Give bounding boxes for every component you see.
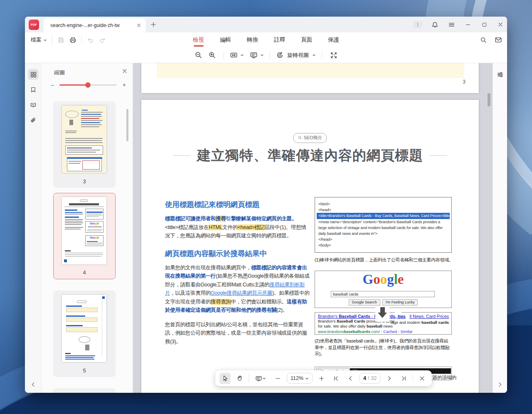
sidebar-expand-button[interactable] bbox=[495, 379, 505, 390]
chevron-left-icon bbox=[30, 382, 36, 387]
panel-thumbnails-button[interactable] bbox=[28, 69, 39, 80]
title-line-left bbox=[173, 155, 190, 156]
mail-icon[interactable] bbox=[495, 36, 502, 44]
thumbnail-page-4-label: 4 bbox=[54, 269, 115, 276]
first-page-button[interactable] bbox=[330, 373, 342, 384]
html-code-figure: <html> <head> <title>Brandon's Baseball … bbox=[315, 197, 452, 253]
menu-tab-protect[interactable]: 保護 bbox=[327, 34, 340, 45]
tab-close-icon[interactable] bbox=[136, 22, 142, 28]
left-icon-rail bbox=[25, 63, 42, 393]
document-viewer[interactable]: 3 SEO簡介 建立獨特、準確傳達內容的網頁標題 使用標題標記來標明網頁標題 標… bbox=[133, 63, 493, 393]
zoom-out-button[interactable] bbox=[193, 49, 204, 61]
rotate-view-button[interactable]: 旋轉視圖 bbox=[276, 51, 316, 59]
result-description-tail: age and modern baseball cards bbox=[392, 320, 449, 325]
previous-page-button[interactable] bbox=[345, 373, 356, 384]
close-toolbar-button[interactable] bbox=[416, 373, 428, 384]
select-tool-button[interactable] bbox=[219, 373, 231, 384]
cursor-icon bbox=[222, 375, 229, 382]
print-icon[interactable] bbox=[69, 37, 76, 44]
close-window-button[interactable] bbox=[497, 21, 504, 28]
file-menu-label: 檔案 bbox=[31, 36, 42, 44]
file-menu-button[interactable]: 檔案 bbox=[31, 36, 47, 44]
first-page-icon bbox=[333, 375, 339, 382]
hand-tool-button[interactable] bbox=[234, 373, 245, 384]
zoom-decrease-button[interactable] bbox=[272, 373, 283, 384]
thumbnail-page-3-preview bbox=[62, 106, 106, 173]
thumbnail-panel: 縮圖 − + bbox=[42, 63, 133, 393]
figure-notch bbox=[395, 312, 401, 315]
slider-thumb[interactable] bbox=[85, 82, 91, 88]
menu-tab-page[interactable]: 頁面 bbox=[300, 34, 313, 45]
panel-bookmarks-button[interactable] bbox=[28, 84, 39, 95]
google-search-button: Google Search bbox=[349, 299, 380, 306]
viewer-scrollbar-thumb[interactable] bbox=[488, 93, 490, 106]
thumbnail-page-6-partial[interactable] bbox=[53, 388, 116, 393]
page-display-button[interactable] bbox=[250, 51, 264, 59]
result-url-line: www.brandonsbaseballcards.com/ - Cached … bbox=[318, 329, 448, 334]
search-icon[interactable] bbox=[480, 37, 487, 44]
fullscreen-button[interactable] bbox=[328, 49, 339, 61]
zoom-increase-button[interactable] bbox=[316, 373, 327, 384]
thumbnail-page-4-preview: Google Google bbox=[62, 197, 106, 264]
thumbnail-page-3[interactable]: 3 bbox=[53, 101, 116, 188]
minimize-button[interactable] bbox=[465, 21, 471, 28]
code-line: <head> bbox=[318, 207, 448, 213]
app-logo: PDF bbox=[29, 20, 39, 30]
hamburger-menu-icon[interactable] bbox=[448, 21, 455, 28]
slider-fill bbox=[59, 84, 88, 86]
code-line: <meta name="description" content="Brando… bbox=[318, 219, 448, 225]
slider-track[interactable] bbox=[59, 84, 117, 86]
menu-tab-comment[interactable]: 註釋 bbox=[273, 34, 286, 45]
slider-minus-button[interactable]: − bbox=[51, 82, 54, 89]
zoom-in-button[interactable] bbox=[207, 49, 218, 61]
bell-icon[interactable] bbox=[431, 21, 438, 28]
plus-icon bbox=[150, 22, 156, 27]
magnifier-icon bbox=[298, 136, 302, 140]
menu-tab-view[interactable]: 檢視 bbox=[192, 34, 205, 45]
panel-comments-button[interactable] bbox=[28, 100, 39, 111]
thumbnails-grid-icon bbox=[30, 71, 37, 78]
page-display-mode-button[interactable] bbox=[252, 373, 269, 384]
title-line-right bbox=[430, 155, 447, 156]
document-tab[interactable]: search-engine-...er-guide-zh-tw bbox=[44, 18, 146, 32]
fit-width-button[interactable] bbox=[230, 51, 244, 59]
menu-tab-convert[interactable]: 轉換 bbox=[246, 34, 259, 45]
document-tab-title: search-engine-...er-guide-zh-tw bbox=[50, 22, 136, 28]
chevron-down-icon bbox=[260, 53, 264, 57]
view-settings-button[interactable] bbox=[495, 69, 505, 80]
panel-attachments-button[interactable] bbox=[28, 115, 39, 126]
undo-icon[interactable] bbox=[87, 37, 94, 44]
last-page-icon bbox=[401, 375, 407, 382]
last-page-button[interactable] bbox=[398, 373, 409, 384]
slider-plus-button[interactable]: + bbox=[123, 81, 126, 88]
down-arrow bbox=[375, 306, 389, 322]
chevron-right-icon bbox=[497, 382, 503, 387]
thumbnail-page-5-preview bbox=[62, 295, 106, 362]
page-display-icon bbox=[255, 375, 262, 382]
sliders-icon bbox=[497, 71, 504, 78]
panel-close-icon[interactable] bbox=[122, 68, 128, 74]
zoom-level-dropdown[interactable]: 112% bbox=[287, 373, 313, 384]
page-4: SEO簡介 建立獨特、準確傳達內容的網頁標題 使用標題標記來標明網頁標題 標題標… bbox=[141, 100, 479, 393]
page-number-box[interactable]: 4 / 32 bbox=[360, 373, 380, 384]
menu-tab-edit[interactable]: 編輯 bbox=[219, 34, 232, 45]
redo-icon[interactable] bbox=[99, 37, 106, 44]
notification-badge[interactable]: 1 bbox=[414, 21, 422, 28]
figure-2-caption: (2)使用者查詢「baseball cards」(棒球卡)。我們的首頁出現在搜尋… bbox=[315, 338, 453, 357]
save-icon[interactable] bbox=[57, 37, 64, 44]
thumbnail-page-5[interactable]: 5 bbox=[53, 291, 116, 377]
maximize-button[interactable] bbox=[481, 21, 488, 28]
hand-icon bbox=[236, 375, 243, 382]
rotate-view-icon bbox=[276, 51, 284, 59]
sidebar-collapse-button[interactable] bbox=[28, 379, 39, 390]
thumbnail-panel-scrollbar[interactable] bbox=[126, 109, 128, 141]
view-toolbar: 旋轉視圖 bbox=[25, 47, 507, 63]
paragraph-2: 如果您的文件出現在搜尋結果網頁中，標題標記的內容通常會出現在搜尋結果的第一行(如… bbox=[165, 264, 310, 315]
divider bbox=[322, 52, 322, 59]
thumbnail-page-4-selected[interactable]: Google Google bbox=[53, 193, 116, 279]
paperclip-icon bbox=[30, 117, 37, 124]
divider bbox=[413, 374, 413, 382]
floating-page-toolbar: 112% 4 / 32 bbox=[215, 370, 432, 386]
next-page-button[interactable] bbox=[384, 373, 395, 384]
new-tab-button[interactable] bbox=[150, 21, 157, 28]
